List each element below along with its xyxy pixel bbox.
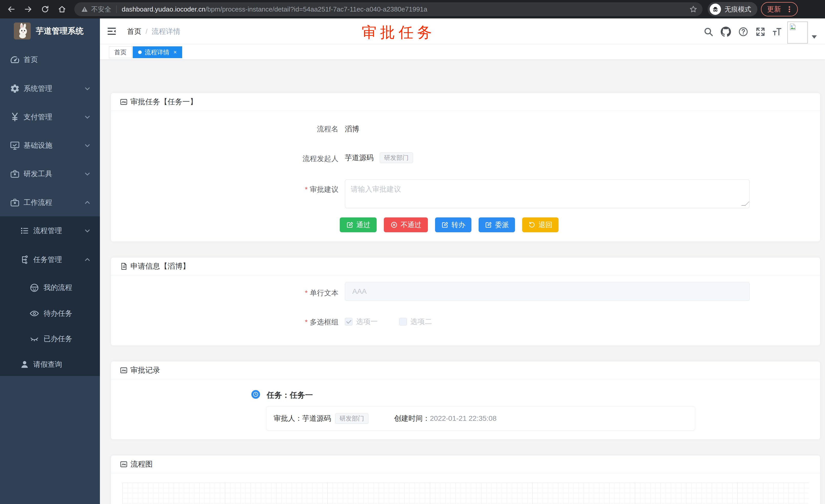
security-label: 不安全 — [91, 5, 111, 14]
incognito-badge: 无痕模式 — [708, 2, 757, 16]
edit-icon — [441, 221, 448, 229]
initiator-value: 芋道源码 研发部门 — [345, 152, 413, 163]
button-label: 转办 — [451, 220, 465, 230]
transfer-button[interactable]: 转办 — [435, 218, 471, 232]
browser-menu-icon[interactable] — [785, 5, 793, 13]
checkbox-checked-icon — [345, 318, 353, 326]
circle-close-icon — [390, 221, 398, 229]
tab-process-detail[interactable]: 流程详情 × — [133, 47, 182, 58]
active-tab-dot — [138, 51, 142, 54]
approval-record-card: 审批记录 任务：任务一 审批人： 芋道源码 研发部门 创建时间： 2022-01… — [111, 361, 820, 440]
picture-icon — [120, 98, 128, 106]
sidebar-item-infrastructure[interactable]: 基础设施 — [0, 138, 100, 153]
gear-icon — [10, 83, 20, 94]
sidebar-item-process-management[interactable]: 流程管理 — [0, 223, 100, 239]
browser-chrome: 不安全 dashboard.yudao.iocoder.cn/bpm/proce… — [0, 0, 825, 18]
return-button[interactable]: 退回 — [522, 218, 558, 232]
help-icon[interactable] — [738, 27, 748, 37]
created-time-value: 2022-01-21 22:35:08 — [430, 414, 497, 423]
checkbox-option-1[interactable]: 选项一 — [345, 317, 378, 327]
reject-button[interactable]: 不通过 — [384, 218, 428, 232]
approver-dept-tag: 研发部门 — [335, 413, 368, 424]
url-host: dashboard.yudao.iocoder.cn — [122, 5, 206, 13]
edit-icon — [485, 221, 492, 229]
sidebar-collapse-icon[interactable] — [106, 26, 117, 36]
card-title: 申请信息【滔博】 — [130, 261, 190, 271]
chevron-down-icon — [83, 142, 91, 149]
github-icon[interactable] — [721, 27, 731, 37]
sidebar-item-label: 待办任务 — [44, 309, 72, 318]
initiator-label: 流程发起人 — [228, 154, 339, 164]
sidebar-item-payment[interactable]: 支付管理 — [0, 109, 100, 125]
task-title: 任务：任务一 — [267, 390, 313, 401]
sidebar-item-todo-tasks[interactable]: 待办任务 — [0, 306, 100, 321]
reload-icon[interactable] — [40, 4, 51, 15]
logo-image — [14, 22, 31, 39]
approver-label: 审批人： — [274, 414, 302, 423]
sidebar-item-my-process[interactable]: 我的流程 — [0, 280, 100, 296]
chevron-up-icon — [83, 256, 91, 263]
button-label: 委派 — [495, 220, 509, 230]
address-bar[interactable]: 不安全 dashboard.yudao.iocoder.cn/bpm/proce… — [74, 2, 702, 16]
opinion-textarea[interactable] — [345, 179, 750, 208]
sidebar-item-system[interactable]: 系统管理 — [0, 81, 100, 96]
monitor-icon — [10, 140, 20, 151]
single-line-text-input[interactable] — [345, 282, 750, 301]
sidebar-item-task-management[interactable]: 任务管理 — [0, 252, 100, 268]
breadcrumb-home[interactable]: 首页 — [127, 27, 141, 36]
search-icon[interactable] — [703, 27, 714, 37]
font-size-icon[interactable] — [772, 27, 782, 37]
app-frame: 芋道管理系统 首页 系统管理 支付管理 基础设施 研发工具 — [0, 18, 825, 504]
chevron-up-icon — [83, 199, 91, 206]
text-field-label: *单行文本 — [228, 288, 339, 298]
card-header: 申请信息【滔博】 — [111, 257, 820, 275]
url-path: /bpm/process-instance/detail?id=54aa251f… — [206, 5, 427, 13]
fullscreen-icon[interactable] — [755, 27, 765, 37]
org-tree-icon — [19, 255, 30, 265]
card-title: 审批任务【任务一】 — [130, 97, 197, 107]
avatar-dropdown-caret-icon[interactable] — [812, 35, 817, 39]
back-icon[interactable] — [6, 4, 17, 15]
sidebar-item-label: 首页 — [23, 55, 38, 65]
forward-icon[interactable] — [22, 4, 34, 15]
avatar[interactable] — [788, 21, 808, 44]
breadcrumb: 首页 / 流程详情 — [127, 27, 180, 36]
card-header: 审批任务【任务一】 — [111, 93, 820, 111]
button-label: 退回 — [538, 220, 552, 230]
app-title: 芋道管理系统 — [36, 26, 83, 36]
approval-record-item: 审批人： 芋道源码 研发部门 创建时间： 2022-01-21 22:35:08 — [266, 406, 695, 430]
checkbox-unchecked-icon — [399, 318, 407, 326]
required-asterisk: * — [305, 185, 308, 193]
tab-close-icon[interactable]: × — [173, 49, 177, 56]
initiator-dept-tag: 研发部门 — [380, 152, 413, 163]
face-icon — [29, 282, 40, 293]
sidebar-item-label: 流程管理 — [33, 226, 62, 236]
sidebar-item-workflow[interactable]: 工作流程 — [0, 195, 100, 211]
home-icon[interactable] — [56, 4, 68, 15]
security-chip[interactable]: 不安全 — [81, 5, 111, 14]
timeline-clock-icon — [251, 390, 260, 399]
sidebar-submenu-background — [0, 217, 100, 376]
bookmark-star-icon[interactable] — [689, 5, 697, 13]
browser-update-button[interactable]: 更新 — [761, 2, 798, 16]
checkbox-group: 选项一 选项二 — [345, 317, 447, 327]
tab-home[interactable]: 首页 — [109, 47, 132, 58]
sidebar-item-label: 系统管理 — [23, 84, 52, 93]
checkbox-option-2[interactable]: 选项二 — [399, 317, 432, 327]
yen-icon — [10, 112, 20, 122]
eye-closed-icon — [29, 334, 40, 344]
approve-button[interactable]: 通过 — [340, 218, 377, 232]
sidebar-item-label: 已办任务 — [44, 334, 72, 344]
app-logo[interactable]: 芋道管理系统 — [14, 22, 83, 39]
checkbox-label: 选项二 — [410, 317, 432, 327]
sidebar-item-dev-tools[interactable]: 研发工具 — [0, 166, 100, 182]
sidebar-item-home[interactable]: 首页 — [0, 52, 100, 68]
bpmn-canvas[interactable] — [123, 483, 809, 504]
user-icon — [19, 359, 30, 369]
sidebar-item-leave-query[interactable]: 请假查询 — [0, 356, 100, 372]
sidebar-item-done-tasks[interactable]: 已办任务 — [0, 331, 100, 347]
approval-task-card: 审批任务【任务一】 流程名 滔博 流程发起人 芋道源码 研发部门 *审批建议 通… — [111, 93, 820, 242]
dashboard-icon — [10, 55, 20, 65]
refresh-left-icon — [528, 221, 535, 229]
delegate-button[interactable]: 委派 — [478, 218, 515, 232]
